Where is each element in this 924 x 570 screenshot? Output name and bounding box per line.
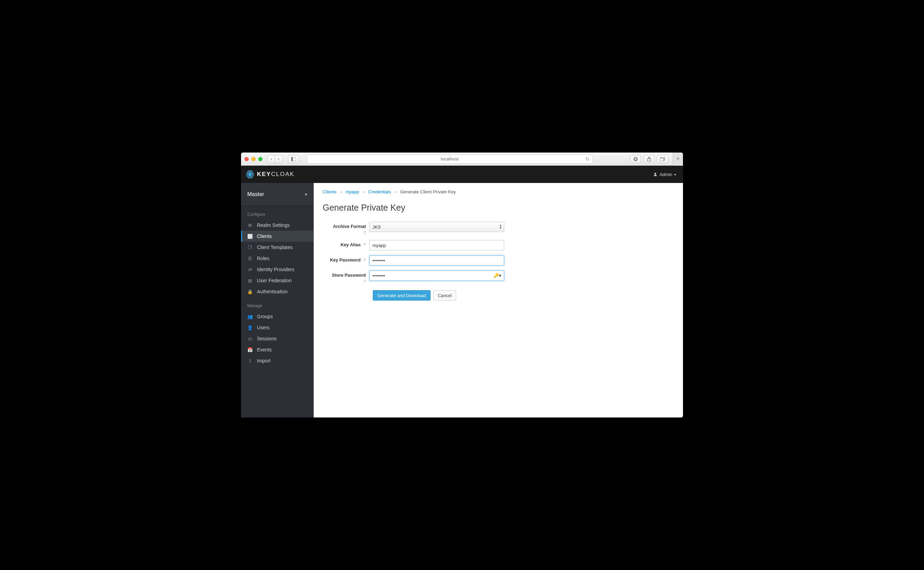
label-key-password: Key Password — [330, 257, 361, 262]
brand-logo[interactable]: KEYCLOAK — [245, 170, 295, 179]
store-password-input[interactable] — [369, 270, 504, 281]
sidebar-item-label: Clients — [257, 233, 272, 239]
sidebar-item-label: Sessions — [257, 336, 277, 342]
sidebar-item-authentication[interactable]: 🔒 Authentication — [241, 286, 313, 297]
sidebar-item-label: Events — [257, 347, 272, 352]
url-text: localhost — [441, 156, 459, 161]
help-icon[interactable]: ? — [363, 258, 366, 262]
user-icon — [653, 172, 657, 176]
breadcrumb-current: Generate Client Private Key — [400, 189, 456, 195]
breadcrumb-sep: » — [363, 189, 365, 195]
url-bar[interactable]: localhost ↻ — [307, 155, 593, 164]
database-icon: ▤ — [247, 278, 253, 283]
downloads-button[interactable] — [630, 155, 641, 163]
cubes-icon: ❐ — [247, 245, 253, 250]
key-alias-input[interactable] — [369, 240, 504, 250]
sidebar: Master ▾ Configure ⚙ Realm Settings ⬜ Cl… — [241, 183, 314, 417]
realm-selector[interactable]: Master ▾ — [241, 183, 313, 206]
sidebar-item-label: Roles — [257, 256, 269, 261]
sidebar-item-label: Users — [257, 325, 270, 330]
list-icon: ☰ — [247, 256, 253, 261]
import-icon: ⇩ — [247, 359, 253, 363]
row-archive-format: Archive Format ? JKS ▴▾ — [323, 222, 674, 235]
traffic-lights — [245, 157, 263, 161]
svg-rect-5 — [660, 158, 664, 161]
row-key-password: Key Password ? — [323, 255, 674, 266]
sidebar-item-events[interactable]: 📅 Events — [241, 344, 313, 355]
breadcrumb-link-myapp[interactable]: myapp — [346, 189, 359, 195]
keycloak-logo-icon — [245, 170, 255, 179]
reload-icon[interactable]: ↻ — [586, 156, 590, 162]
breadcrumb-link-credentials[interactable]: Credentials — [368, 189, 391, 195]
share-button[interactable] — [644, 155, 654, 163]
sidebar-item-roles[interactable]: ☰ Roles — [241, 253, 313, 264]
users-icon: 👥 — [247, 314, 253, 319]
back-button[interactable]: ‹ — [267, 155, 275, 163]
sidebar-toggle-button[interactable] — [288, 155, 299, 163]
user-menu[interactable]: Admin ▾ — [653, 172, 676, 177]
sidebar-item-sessions[interactable]: ◴ Sessions — [241, 333, 313, 344]
help-icon[interactable]: ? — [323, 230, 366, 235]
page-title: Generate Private Key — [323, 203, 674, 213]
browser-window: ‹ › localhost ↻ + — [241, 153, 683, 417]
generate-download-button[interactable]: Generate and Download — [373, 290, 430, 300]
label-store-password: Store Password — [332, 273, 366, 278]
window-minimize-button[interactable] — [251, 157, 255, 161]
sidebar-item-user-federation[interactable]: ▤ User Federation — [241, 275, 313, 286]
toolbar-right — [630, 155, 669, 163]
breadcrumb-sep: » — [394, 189, 397, 195]
cube-icon: ⬜ — [247, 234, 253, 239]
sidebar-item-label: Groups — [257, 314, 273, 319]
sidebar-item-client-templates[interactable]: ❐ Client Templates — [241, 242, 313, 253]
sidebar-item-label: Authentication — [257, 289, 288, 294]
window-close-button[interactable] — [245, 157, 249, 161]
sidebar-heading-manage: Manage — [241, 297, 313, 311]
sidebar-item-import[interactable]: ⇩ Import — [241, 355, 313, 366]
new-tab-button[interactable]: + — [673, 153, 683, 165]
forward-button[interactable]: › — [275, 155, 282, 163]
sidebar-item-groups[interactable]: 👥 Groups — [241, 311, 313, 322]
app-body: Master ▾ Configure ⚙ Realm Settings ⬜ Cl… — [241, 183, 683, 417]
user-label: Admin — [659, 172, 672, 177]
breadcrumb: Clients » myapp » Credentials » Generate… — [323, 189, 674, 195]
sidebar-item-realm-settings[interactable]: ⚙ Realm Settings — [241, 220, 313, 231]
user-icon: 👤 — [247, 325, 253, 330]
content: Clients » myapp » Credentials » Generate… — [314, 183, 683, 417]
browser-toolbar: ‹ › localhost ↻ + — [241, 153, 683, 165]
row-store-password: Store Password ? 🔑▾ — [323, 270, 674, 284]
sidebar-heading-configure: Configure — [241, 206, 313, 220]
sidebar-item-label: Identity Providers — [257, 267, 294, 272]
calendar-icon: 📅 — [247, 347, 253, 352]
label-archive-format: Archive Format — [333, 224, 366, 229]
cancel-button[interactable]: Cancel — [433, 290, 456, 300]
app-header: KEYCLOAK Admin ▾ — [241, 165, 683, 183]
chevron-down-icon: ▾ — [674, 173, 676, 176]
window-zoom-button[interactable] — [258, 157, 263, 161]
sidebar-item-label: User Federation — [257, 278, 292, 283]
help-icon[interactable]: ? — [323, 279, 366, 284]
realm-name: Master — [247, 191, 264, 198]
sliders-icon: ⚙ — [247, 223, 253, 228]
archive-format-select[interactable]: JKS — [369, 222, 504, 232]
row-key-alias: Key Alias ? — [323, 240, 674, 250]
svg-point-9 — [655, 173, 656, 175]
sidebar-item-label: Realm Settings — [257, 222, 290, 228]
sidebar-item-users[interactable]: 👤 Users — [241, 322, 313, 333]
breadcrumb-sep: » — [340, 189, 342, 195]
breadcrumb-link-clients[interactable]: Clients — [323, 189, 337, 195]
help-icon[interactable]: ? — [363, 242, 366, 247]
lock-icon: 🔒 — [247, 289, 253, 294]
sidebar-item-clients[interactable]: ⬜ Clients — [241, 231, 313, 242]
chevron-down-icon: ▾ — [305, 192, 307, 197]
tabs-button[interactable] — [657, 155, 669, 163]
key-password-input[interactable] — [369, 255, 504, 266]
label-key-alias: Key Alias — [341, 242, 361, 247]
exchange-icon: ⇄ — [247, 267, 253, 272]
sidebar-item-identity-providers[interactable]: ⇄ Identity Providers — [241, 264, 313, 275]
app-viewport: KEYCLOAK Admin ▾ Master ▾ Configure ⚙ Re… — [241, 165, 683, 417]
sidebar-item-label: Client Templates — [257, 245, 292, 250]
brand-text: KEYCLOAK — [257, 171, 295, 178]
svg-rect-1 — [291, 157, 293, 161]
sidebar-item-label: Import — [257, 358, 271, 363]
form-actions: Generate and Download Cancel — [373, 290, 674, 300]
